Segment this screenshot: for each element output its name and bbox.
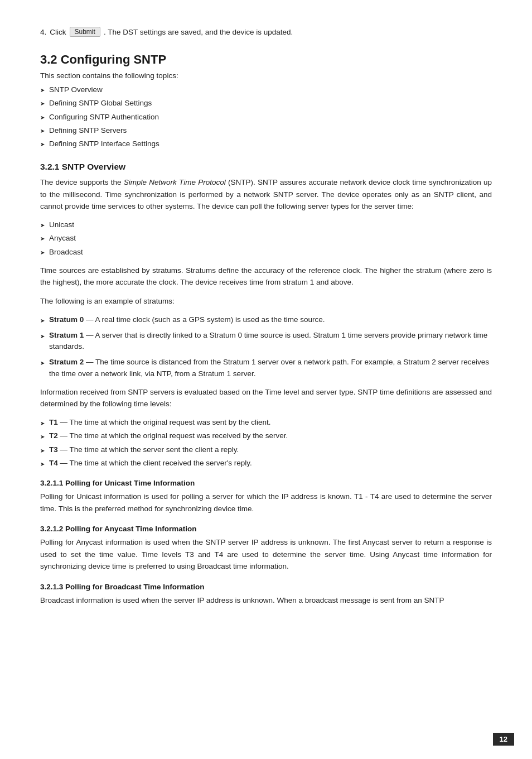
topic-item: Defining SNTP Global Settings xyxy=(40,98,492,109)
section321-para1: The device supports the Simple Network T… xyxy=(40,176,492,213)
topic-item: Configuring SNTP Authentication xyxy=(40,112,492,123)
server-type-item: Broadcast xyxy=(40,247,492,258)
click-label: Click xyxy=(50,28,66,36)
section321-para3: The following is an example of stratums: xyxy=(40,295,492,308)
section3211-heading: 3.2.1.1 Polling for Unicast Time Informa… xyxy=(40,479,492,487)
section32-intro: This section contains the following topi… xyxy=(40,71,492,80)
section3211-para: Polling for Unicast information is used … xyxy=(40,491,492,515)
server-type-item: Anycast xyxy=(40,233,492,244)
section321-para4: Information received from SNTP servers i… xyxy=(40,386,492,410)
stratum-item: Stratum 0 — A real time clock (such as a… xyxy=(40,314,492,325)
section321-heading: 3.2.1 SNTP Overview xyxy=(40,162,492,172)
stratum-item: Stratum 2 — The time source is distanced… xyxy=(40,357,492,380)
time-level-item: T1 — The time at which the original requ… xyxy=(40,417,492,428)
step-number: 4. xyxy=(40,28,46,36)
time-level-item: T3 — The time at which the server sent t… xyxy=(40,444,492,455)
time-levels-list: T1 — The time at which the original requ… xyxy=(40,417,492,469)
submit-button-example: Submit xyxy=(70,27,100,37)
time-level-item: T4 — The time at which the client receiv… xyxy=(40,458,492,469)
server-type-item: Unicast xyxy=(40,219,492,230)
stratum-item: Stratum 1 — A server that is directly li… xyxy=(40,330,492,353)
section3213-heading: 3.2.1.3 Polling for Broadcast Time Infor… xyxy=(40,583,492,591)
page-number: 12 xyxy=(493,733,514,746)
section3212-heading: 3.2.1.2 Polling for Anycast Time Informa… xyxy=(40,525,492,533)
section32-heading: 3.2 Configuring SNTP xyxy=(40,52,492,67)
server-types-list: Unicast Anycast Broadcast xyxy=(40,219,492,258)
step4-description: . The DST settings are saved, and the de… xyxy=(104,28,293,36)
section3213-para: Broadcast information is used when the s… xyxy=(40,594,492,607)
step4-line: 4. Click Submit . The DST settings are s… xyxy=(40,27,492,37)
time-level-item: T2 — The time at which the original requ… xyxy=(40,430,492,441)
section32-topics-list: SNTP Overview Defining SNTP Global Setti… xyxy=(40,84,492,150)
topic-item: SNTP Overview xyxy=(40,84,492,95)
section321-para2: Time sources are established by stratums… xyxy=(40,265,492,289)
topic-item: Defining SNTP Servers xyxy=(40,125,492,136)
section3212-para: Polling for Anycast information is used … xyxy=(40,536,492,573)
stratum-list: Stratum 0 — A real time clock (such as a… xyxy=(40,314,492,380)
topic-item: Defining SNTP Interface Settings xyxy=(40,138,492,150)
